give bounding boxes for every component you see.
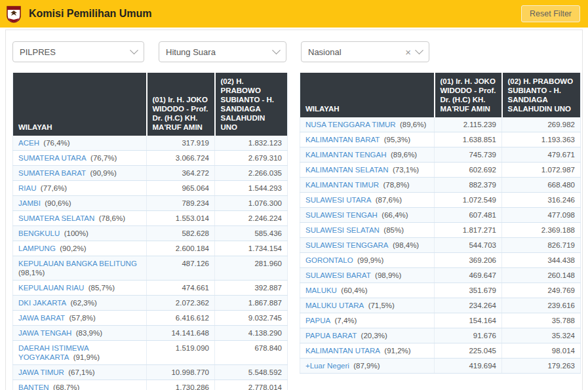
table-row: NUSA TENGGARA TIMUR (89,6%)2.115.239269.… <box>300 117 581 132</box>
candidate2-votes: 477.098 <box>502 208 581 223</box>
candidate1-votes: 487.126 <box>147 256 215 281</box>
clear-icon[interactable]: × <box>405 47 411 57</box>
region-link[interactable]: PAPUA <box>305 317 330 324</box>
candidate2-votes: 1.734.154 <box>215 241 288 256</box>
filter-select-region[interactable]: Nasional × <box>301 41 429 62</box>
region-link[interactable]: JAMBI <box>18 199 41 207</box>
region-cell: JAMBI (90,6%) <box>13 196 147 211</box>
column-header-candidate2: (02) H. PRABOWO SUBIANTO - H. SANDIAGA S… <box>215 73 288 136</box>
region-cell: BENGKULU (100%) <box>13 226 147 241</box>
region-progress: (98,9%) <box>371 271 402 279</box>
candidate2-votes: 585.436 <box>215 226 288 241</box>
region-link[interactable]: KEPULAUAN RIAU <box>18 284 84 292</box>
kpu-logo-icon <box>6 5 22 23</box>
region-link[interactable]: MALUKU <box>305 286 337 294</box>
candidate1-votes: 469.647 <box>435 268 502 283</box>
region-cell: KEPULAUAN RIAU (85,7%) <box>13 281 147 296</box>
candidate1-votes: 364.272 <box>147 166 215 181</box>
candidate2-votes: 1.544.293 <box>215 181 288 196</box>
candidate2-votes: 9.032.745 <box>215 311 288 326</box>
table-row: SUMATERA BARAT (90,9%)364.2722.266.035 <box>13 166 288 181</box>
region-link[interactable]: KALIMANTAN TENGAH <box>305 151 387 159</box>
candidate2-votes: 1.076.300 <box>215 196 288 211</box>
region-link[interactable]: BANTEN <box>18 383 49 390</box>
region-link[interactable]: RIAU <box>18 184 36 192</box>
region-progress: (57,8%) <box>65 314 96 322</box>
table-row: LAMPUNG (90,2%)2.600.1841.734.154 <box>13 241 288 256</box>
candidate1-votes: 2.115.239 <box>435 117 502 132</box>
region-cell: DAERAH ISTIMEWA YOGYAKARTA (91,9%) <box>13 341 147 365</box>
candidate1-votes: 225.045 <box>435 343 502 359</box>
region-cell: KALIMANTAN TIMUR (78,8%) <box>300 178 435 193</box>
region-link[interactable]: KALIMANTAN TIMUR <box>305 181 379 189</box>
region-cell: SUMATERA SELATAN (78,6%) <box>13 211 147 226</box>
region-progress: (78,8%) <box>379 181 410 189</box>
filter-region-value: Nasional <box>308 47 400 57</box>
candidate1-votes: 789.234 <box>147 196 215 211</box>
region-link[interactable]: SULAWESI UTARA <box>305 196 371 204</box>
region-progress: (83,9%) <box>71 329 102 337</box>
region-cell: RIAU (77,6%) <box>13 181 147 196</box>
region-progress: (89,6%) <box>387 151 418 159</box>
region-cell: MALUKU (60,4%) <box>300 283 435 298</box>
region-link[interactable]: SUMATERA SELATAN <box>18 214 94 222</box>
region-link[interactable]: KALIMANTAN BARAT <box>305 136 380 144</box>
region-link[interactable]: JAWA BARAT <box>18 314 65 322</box>
table-row: BENGKULU (100%)582.628585.436 <box>13 226 288 241</box>
region-link[interactable]: KALIMANTAN UTARA <box>305 347 380 355</box>
candidate2-votes: 1.867.887 <box>215 296 288 311</box>
candidate1-votes: 582.628 <box>147 226 215 241</box>
region-link[interactable]: JAWA TIMUR <box>18 368 64 376</box>
candidate1-votes: 369.206 <box>435 253 502 268</box>
column-header-wilayah: WILAYAH <box>13 73 147 136</box>
filter-select-category[interactable]: PILPRES <box>12 41 144 62</box>
candidate2-votes: 344.438 <box>502 253 581 268</box>
table-row: PAPUA BARAT (20,3%)91.67635.324 <box>300 328 581 343</box>
column-header-candidate2: (02) H. PRABOWO SUBIANTO - H. SANDIAGA S… <box>502 73 581 117</box>
candidate2-votes: 239.616 <box>502 298 581 313</box>
region-link[interactable]: SULAWESI TENGAH <box>305 211 378 219</box>
page-title: Komisi Pemilihan Umum <box>29 8 152 20</box>
region-cell: SULAWESI BARAT (98,9%) <box>300 268 435 283</box>
table-row: DAERAH ISTIMEWA YOGYAKARTA (91,9%)1.519.… <box>13 341 288 365</box>
table-row: DKI JAKARTA (62,3%)2.072.3621.867.887 <box>13 296 288 311</box>
region-link[interactable]: ACEH <box>18 139 39 147</box>
region-link[interactable]: SUMATERA UTARA <box>18 154 87 162</box>
region-link[interactable]: SUMATERA BARAT <box>18 169 86 177</box>
table-row: KALIMANTAN TENGAH (89,6%)745.739479.671 <box>300 147 581 163</box>
region-link[interactable]: PAPUA BARAT <box>305 332 357 340</box>
region-progress: (95,3%) <box>380 136 410 144</box>
candidate1-votes: 1.638.851 <box>435 132 502 147</box>
region-progress: (62,3%) <box>66 299 97 307</box>
candidate2-votes: 2.369.188 <box>502 223 581 238</box>
region-link[interactable]: MALUKU UTARA <box>305 302 364 309</box>
region-link[interactable]: SULAWESI BARAT <box>305 271 371 279</box>
column-header-wilayah: WILAYAH <box>300 73 435 117</box>
region-progress: (100%) <box>60 229 88 237</box>
filter-category-value: PILPRES <box>20 47 126 57</box>
region-link[interactable]: KALIMANTAN SELATAN <box>305 166 389 174</box>
filter-select-mode[interactable]: Hitung Suara <box>159 41 286 62</box>
region-link[interactable]: NUSA TENGGARA TIMUR <box>305 121 396 128</box>
content-panel: PILPRES Hitung Suara Nasional × WILAYAH … <box>5 29 583 390</box>
region-link[interactable]: BENGKULU <box>18 229 60 237</box>
region-progress: (7,4%) <box>330 317 357 324</box>
region-progress: (77,6%) <box>36 184 67 192</box>
candidate1-votes: 3.066.724 <box>147 151 215 166</box>
region-link[interactable]: JAWA TENGAH <box>18 329 71 337</box>
filter-mode-value: Hitung Suara <box>166 47 268 57</box>
table-row: SULAWESI TENGGARA (98,4%)544.703826.719 <box>300 238 581 253</box>
reset-filter-button[interactable]: Reset Filter <box>521 5 580 22</box>
region-progress: (76,7%) <box>87 154 117 162</box>
region-link[interactable]: LAMPUNG <box>18 244 56 252</box>
candidate2-votes: 35.788 <box>502 313 581 328</box>
region-progress: (98,4%) <box>389 241 420 249</box>
region-link[interactable]: KEPULAUAN BANGKA BELITUNG <box>18 260 137 267</box>
region-link[interactable]: SULAWESI TENGGARA <box>305 241 389 249</box>
region-link[interactable]: +Luar Negeri <box>305 362 349 370</box>
region-link[interactable]: SULAWESI SELATAN <box>305 226 380 234</box>
region-progress: (91,2%) <box>380 347 411 355</box>
region-link[interactable]: DKI JAKARTA <box>18 299 66 307</box>
region-link[interactable]: GORONTALO <box>305 256 353 264</box>
candidate1-votes: 474.661 <box>147 281 215 296</box>
